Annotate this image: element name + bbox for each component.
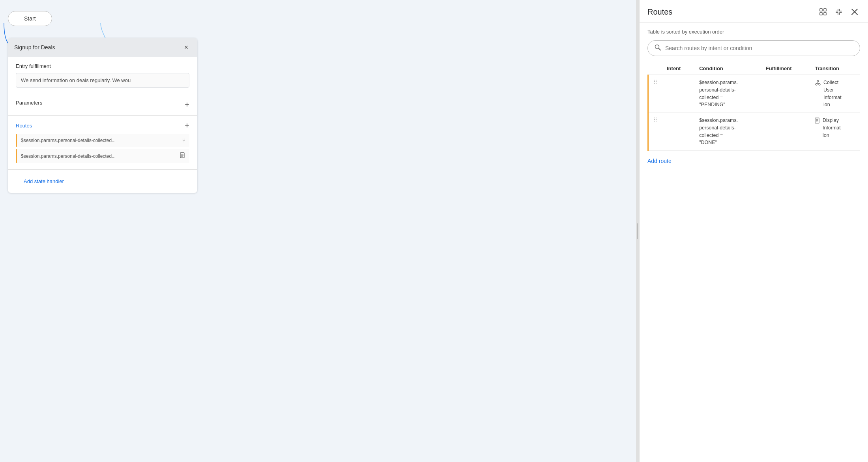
search-input[interactable] <box>665 45 853 51</box>
fulfillment-cell-1 <box>761 75 810 113</box>
maximize-button[interactable] <box>817 6 829 17</box>
svg-rect-6 <box>824 9 826 11</box>
parameters-title: Parameters <box>16 100 42 106</box>
svg-line-12 <box>659 49 661 51</box>
svg-rect-8 <box>824 13 826 15</box>
col-drag <box>648 62 662 75</box>
close-routes-panel-button[interactable] <box>849 6 860 17</box>
transition-cell-2: DisplayInformation <box>810 113 860 151</box>
fork-icon-table-1 <box>815 80 821 87</box>
panel-divider[interactable] <box>636 0 639 462</box>
entry-fulfillment-title: Entry fulfillment <box>16 63 189 69</box>
signup-panel-title: Signup for Deals <box>14 44 55 51</box>
search-icon <box>654 44 661 52</box>
document-icon-table-2 <box>815 118 820 125</box>
route-item-1[interactable]: $session.params.personal-details-collect… <box>16 134 189 147</box>
transition-cell-1: CollectUserInformation <box>810 75 860 113</box>
signup-panel-close[interactable]: × <box>181 43 191 52</box>
svg-point-15 <box>819 84 820 85</box>
col-condition-header: Condition <box>694 62 761 75</box>
routes-header: Routes + <box>16 121 189 130</box>
col-transition-header: Transition <box>810 62 860 75</box>
condition-cell-1: $session.params.personal-details-collect… <box>694 75 761 113</box>
intent-cell-1 <box>662 75 694 113</box>
add-state-handler-button[interactable]: Add state handler <box>16 174 72 189</box>
fulfillment-cell-2 <box>761 113 810 151</box>
signup-panel: Signup for Deals × Entry fulfillment We … <box>8 38 197 193</box>
collapse-button[interactable] <box>833 6 844 17</box>
route-item-1-text: $session.params.personal-details-collect… <box>21 138 179 143</box>
svg-rect-5 <box>820 9 822 11</box>
add-route-button-panel[interactable]: + <box>185 121 189 130</box>
routes-panel-actions <box>817 6 860 17</box>
table-row[interactable]: ⠿ $session.params.personal-details-colle… <box>648 75 861 113</box>
col-intent-header: Intent <box>662 62 694 75</box>
col-fulfillment-header: Fulfillment <box>761 62 810 75</box>
condition-cell-2: $session.params.personal-details-collect… <box>694 113 761 151</box>
svg-point-14 <box>816 84 817 85</box>
entry-fulfillment-text[interactable]: We send information on deals regularly. … <box>16 73 189 88</box>
drag-handle-1[interactable]: ⠿ <box>653 79 657 85</box>
canvas-area: Start Signup for Deals × Entry fulfillme… <box>0 0 636 462</box>
routes-section-title[interactable]: Routes <box>16 123 32 129</box>
routes-panel-header: Routes <box>640 0 868 22</box>
routes-section: Routes + $session.params.personal-detail… <box>8 116 197 170</box>
fork-icon-1: ⑂ <box>182 137 185 144</box>
route-item-2[interactable]: $session.params.personal-details-collect… <box>16 149 189 163</box>
intent-cell-2 <box>662 113 694 151</box>
drag-handle-2[interactable]: ⠿ <box>653 117 657 123</box>
sort-info-label: Table is sorted by execution order <box>647 29 860 35</box>
svg-point-13 <box>817 80 819 82</box>
add-state-handler-section: Add state handler <box>8 170 197 193</box>
start-node[interactable]: Start <box>8 11 52 26</box>
add-route-button[interactable]: Add route <box>647 156 672 166</box>
add-parameter-button[interactable]: + <box>185 100 189 109</box>
svg-line-18 <box>818 83 819 84</box>
parameters-section: Parameters + <box>8 94 197 116</box>
table-row[interactable]: ⠿ $session.params.personal-details-colle… <box>648 113 861 151</box>
routes-panel-body: Table is sorted by execution order Inten… <box>640 22 868 462</box>
routes-table: Intent Condition Fulfillment Transition … <box>647 62 860 151</box>
route-item-2-text: $session.params.personal-details-collect… <box>21 153 177 159</box>
start-node-label: Start <box>24 15 36 22</box>
svg-line-17 <box>816 83 818 84</box>
entry-fulfillment-section: Entry fulfillment We send information on… <box>8 57 197 94</box>
routes-panel-title: Routes <box>647 7 672 17</box>
routes-panel: Routes <box>639 0 868 462</box>
search-bar[interactable] <box>647 40 860 56</box>
signup-header: Signup for Deals × <box>8 38 197 57</box>
document-icon-1 <box>180 152 185 160</box>
svg-rect-7 <box>820 13 822 15</box>
